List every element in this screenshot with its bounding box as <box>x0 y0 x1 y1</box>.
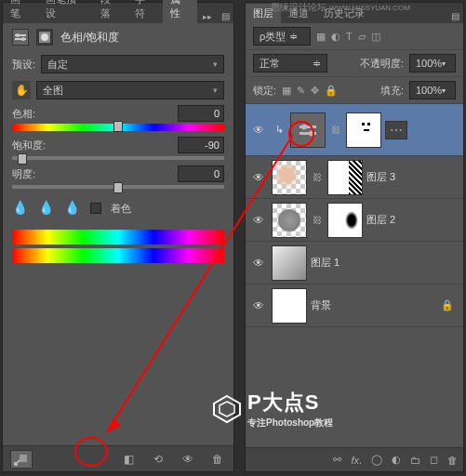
tab-brush[interactable]: 画笔 <box>3 0 38 23</box>
hue-range-bar-bottom <box>12 248 224 263</box>
watermark: P大点S 专注Photoshop教程 <box>212 389 333 430</box>
panel-collapse-icon[interactable]: ▸▸ <box>197 10 218 23</box>
colorize-checkbox[interactable] <box>90 203 101 214</box>
layer-name[interactable]: 图层 3 <box>366 170 459 184</box>
range-value: 全图 <box>43 84 63 98</box>
tab-properties[interactable]: 属性 <box>163 0 198 23</box>
svg-point-5 <box>41 33 48 41</box>
hue-label: 色相: <box>12 107 35 121</box>
add-mask-icon[interactable]: ◯ <box>371 454 382 466</box>
layer-thumb[interactable] <box>272 288 307 324</box>
scrubby-hand-icon[interactable]: ✋ <box>12 81 31 99</box>
tab-character[interactable]: 字符 <box>127 0 163 23</box>
light-handle[interactable] <box>113 182 123 193</box>
tab-paragraph[interactable]: 段落 <box>93 0 128 23</box>
layer-row[interactable]: 👁 ⛓ 图层 3 <box>246 156 463 199</box>
sat-handle[interactable] <box>18 153 27 165</box>
previous-state-icon[interactable]: ◧ <box>120 451 137 468</box>
layer-name[interactable]: 背景 <box>311 298 437 312</box>
clip-to-layer-icon[interactable] <box>10 450 33 469</box>
layer-row-background[interactable]: 👁 背景 🔒 <box>246 284 463 327</box>
opacity-input[interactable]: 100%▾ <box>409 54 456 73</box>
svg-point-2 <box>16 33 20 37</box>
layer-row[interactable]: 👁 图层 1 <box>246 242 463 284</box>
range-dropdown[interactable]: 全图 ▾ <box>36 81 224 99</box>
filter-smart-icon[interactable]: ◫ <box>371 31 380 43</box>
lock-all-icon[interactable]: 🔒 <box>325 85 338 97</box>
lock-position-icon[interactable]: ✥ <box>311 85 319 97</box>
visibility-toggle[interactable]: 👁 <box>249 124 268 137</box>
eyedropper-minus-icon[interactable]: 💧 <box>64 200 81 217</box>
visibility-toggle[interactable]: 👁 <box>249 257 268 270</box>
sat-label: 饱和度: <box>12 139 46 152</box>
watermark-logo-icon <box>212 394 242 424</box>
light-slider[interactable] <box>12 185 224 189</box>
watermark-sub: 专注Photoshop教程 <box>247 416 333 430</box>
trash-icon[interactable]: 🗑 <box>209 451 226 468</box>
visibility-toggle[interactable]: 👁 <box>249 214 268 227</box>
blend-mode-value: 正常 <box>260 57 280 71</box>
blend-mode-dropdown[interactable]: 正常≑ <box>253 54 327 73</box>
clip-indicator-icon: ↳ <box>272 124 286 136</box>
hue-handle[interactable] <box>113 121 123 132</box>
panel-menu-icon[interactable]: ▤ <box>447 9 463 23</box>
filter-type-icon[interactable]: T <box>346 31 353 42</box>
eyedropper-icon[interactable]: 💧 <box>12 200 29 217</box>
visibility-toggle[interactable]: 👁 <box>249 299 268 312</box>
adjustment-icon <box>12 29 29 46</box>
adjustment-title: 色相/饱和度 <box>60 30 119 46</box>
layer-thumb[interactable] <box>272 160 307 195</box>
fx-icon[interactable]: fx. <box>351 455 362 466</box>
filter-shape-icon[interactable]: ▱ <box>358 31 366 43</box>
mask-thumb[interactable] <box>346 112 381 148</box>
new-layer-icon[interactable]: ◻ <box>430 454 438 466</box>
preset-value: 自定 <box>47 58 68 72</box>
layer-name[interactable]: 图层 2 <box>366 213 459 227</box>
layer-row[interactable]: 👁 ⛓ 图层 2 <box>246 199 463 242</box>
hue-slider[interactable] <box>12 124 224 131</box>
fill-input[interactable]: 100%▾ <box>409 81 456 99</box>
mask-link-icon[interactable]: ⛓ <box>311 172 324 182</box>
preset-dropdown[interactable]: 自定 ▾ <box>41 55 224 73</box>
layer-thumb[interactable] <box>272 245 307 281</box>
hue-input[interactable] <box>178 105 224 122</box>
range-row: ✋ 全图 ▾ <box>3 77 233 103</box>
sat-input[interactable] <box>178 137 224 153</box>
visibility-toggle[interactable]: 👁 <box>249 171 268 184</box>
mask-link-icon[interactable]: ⛓ <box>311 215 324 225</box>
mask-thumb[interactable] <box>327 160 363 195</box>
filter-kind-dropdown[interactable]: ρ 类型≑ <box>253 27 311 46</box>
light-slider-row: 明度: <box>3 164 233 189</box>
layer-row-adjustment[interactable]: 👁 ↳ ⛓ ⋯ <box>246 104 463 156</box>
lock-row: 锁定: ▦ ✎ ✥ 🔒 填充: 100%▾ <box>246 77 463 104</box>
new-adjustment-icon[interactable]: ◐ <box>392 454 401 466</box>
new-group-icon[interactable]: 🗀 <box>410 455 420 466</box>
mask-thumb[interactable] <box>327 203 363 238</box>
sat-slider[interactable] <box>12 156 224 160</box>
reset-icon[interactable]: ⟲ <box>150 451 166 468</box>
chevron-down-icon: ▾ <box>213 86 218 95</box>
adjustment-thumb[interactable] <box>290 112 326 148</box>
light-input[interactable] <box>178 165 224 182</box>
mask-link-icon[interactable]: ⛓ <box>329 125 342 135</box>
layer-more-button[interactable]: ⋯ <box>385 121 407 139</box>
adjustment-header: 色相/饱和度 <box>3 23 233 51</box>
layer-name[interactable]: 图层 1 <box>311 256 459 270</box>
layer-thumb[interactable] <box>272 203 307 238</box>
visibility-icon[interactable]: 👁 <box>180 451 196 468</box>
opacity-value: 100% <box>416 58 442 69</box>
svg-marker-13 <box>214 396 240 422</box>
lock-pixel-icon[interactable]: ✎ <box>297 85 305 97</box>
panel-menu-icon[interactable]: ▤ <box>218 9 233 23</box>
link-layers-icon[interactable]: ⚯ <box>333 454 341 466</box>
lock-icons: ▦ ✎ ✥ 🔒 <box>282 85 338 97</box>
filter-row: ρ 类型≑ ▦ ◐ T ▱ ◫ <box>246 23 463 50</box>
lock-transparent-icon[interactable]: ▦ <box>282 85 291 97</box>
left-tab-bar: 画笔 画笔预设 段落 字符 属性 ▸▸ ▤ <box>3 3 233 23</box>
eyedropper-plus-icon[interactable]: 💧 <box>38 200 55 217</box>
delete-layer-icon[interactable]: 🗑 <box>447 455 458 466</box>
filter-adjust-icon[interactable]: ◐ <box>331 31 340 43</box>
mask-icon[interactable] <box>36 29 53 46</box>
filter-pixel-icon[interactable]: ▦ <box>316 31 326 43</box>
tab-brushpreset[interactable]: 画笔预设 <box>38 0 93 23</box>
